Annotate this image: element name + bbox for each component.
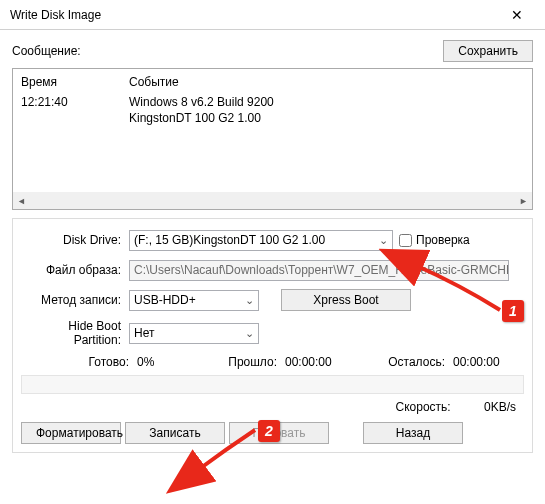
- horizontal-scrollbar[interactable]: ◄ ►: [13, 192, 532, 209]
- image-file-label: Файл образа:: [21, 263, 129, 277]
- chevron-down-icon: ⌄: [379, 234, 388, 247]
- scroll-left-icon[interactable]: ◄: [13, 192, 30, 209]
- progress-bar: [21, 375, 524, 394]
- log-event: Windows 8 v6.2 Build 9200: [129, 95, 524, 109]
- ready-label: Готово:: [21, 355, 129, 369]
- speed-label: Скорость:: [395, 400, 450, 414]
- speed-value: 0KB/s: [484, 400, 516, 414]
- verify-checkbox[interactable]: [399, 234, 412, 247]
- message-label: Сообщение:: [12, 44, 443, 58]
- save-button[interactable]: Сохранить: [443, 40, 533, 62]
- log-box: Время 12:21:40 Событие Windows 8 v6.2 Bu…: [12, 68, 533, 210]
- hide-boot-label: Hide Boot Partition:: [21, 319, 129, 347]
- disk-drive-select[interactable]: (F:, 15 GB)KingstonDT 100 G2 1.00 ⌄: [129, 230, 393, 251]
- write-method-label: Метод записи:: [21, 293, 129, 307]
- log-header-time: Время: [21, 75, 129, 89]
- elapsed-value: 00:00:00: [285, 355, 365, 369]
- title-bar: Write Disk Image ✕: [0, 0, 545, 30]
- ready-value: 0%: [137, 355, 207, 369]
- scroll-right-icon[interactable]: ►: [515, 192, 532, 209]
- log-time: 12:21:40: [21, 95, 129, 109]
- hide-boot-value: Нет: [134, 326, 154, 340]
- elapsed-label: Прошло:: [207, 355, 277, 369]
- chevron-down-icon: ⌄: [245, 327, 254, 340]
- chevron-down-icon: ⌄: [245, 294, 254, 307]
- disk-drive-label: Disk Drive:: [21, 233, 129, 247]
- close-button[interactable]: ✕: [497, 1, 537, 29]
- verify-label: Проверка: [416, 233, 470, 247]
- xpress-boot-button[interactable]: Xpress Boot: [281, 289, 411, 311]
- remaining-value: 00:00:00: [453, 355, 500, 369]
- options-group: Disk Drive: (F:, 15 GB)KingstonDT 100 G2…: [12, 218, 533, 453]
- format-button[interactable]: Форматировать: [21, 422, 121, 444]
- disk-drive-value: (F:, 15 GB)KingstonDT 100 G2 1.00: [134, 233, 325, 247]
- log-event: KingstonDT 100 G2 1.00: [129, 111, 524, 125]
- remaining-label: Осталось:: [365, 355, 445, 369]
- write-method-value: USB-HDD+: [134, 293, 196, 307]
- write-method-select[interactable]: USB-HDD+ ⌄: [129, 290, 259, 311]
- back-button[interactable]: Назад: [363, 422, 463, 444]
- abort-button: Прервать: [229, 422, 329, 444]
- log-header-event: Событие: [129, 75, 524, 89]
- verify-checkbox-wrap[interactable]: Проверка: [399, 233, 470, 247]
- image-file-field[interactable]: C:\Users\Nacauf\Downloads\Торрент\W7_OEM…: [129, 260, 509, 281]
- hide-boot-select[interactable]: Нет ⌄: [129, 323, 259, 344]
- write-button[interactable]: Записать: [125, 422, 225, 444]
- window-title: Write Disk Image: [10, 8, 497, 22]
- close-icon: ✕: [511, 7, 523, 23]
